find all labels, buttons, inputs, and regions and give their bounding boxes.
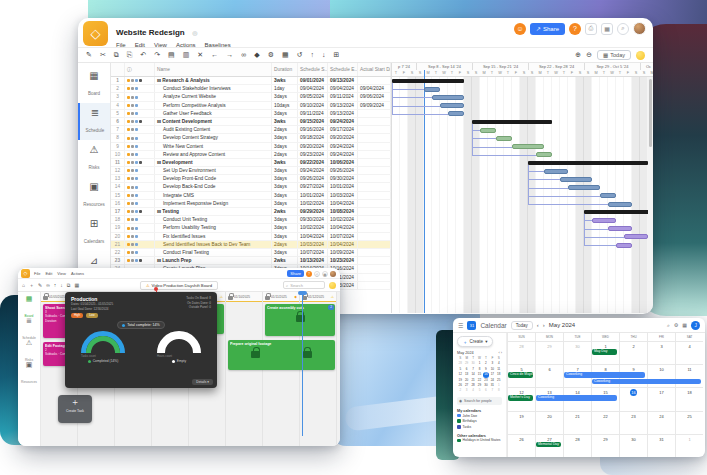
kanban-user-avatar[interactable] <box>330 271 336 277</box>
share-button[interactable]: ↗ Share <box>530 23 565 35</box>
gantt-task-bar[interactable] <box>512 144 544 149</box>
gantt-task-bar[interactable] <box>424 87 440 92</box>
task-name[interactable]: Audit Existing Content <box>155 126 272 133</box>
expand-icon[interactable]: ⊞ <box>333 51 339 59</box>
table-row[interactable]: 3Analyze Current Website3days09/05/20240… <box>111 93 391 101</box>
task-schedule-start[interactable]: 09/23/2024 <box>298 151 328 158</box>
gantt-summary-bar[interactable] <box>528 161 648 165</box>
task-schedule-start[interactable]: 10/02/2024 <box>298 200 328 207</box>
table-row[interactable]: 5Gather User Feedback3days09/11/202409/1… <box>111 110 391 118</box>
sidebar-item-resources[interactable]: ▣Resources <box>78 177 110 214</box>
calendar-event[interactable]: Mother's Day <box>508 395 533 401</box>
gantt-task-bar[interactable] <box>600 193 616 198</box>
task-duration[interactable]: 3days <box>272 110 298 117</box>
table-row[interactable]: 12Set Up Dev Environment3days09/24/20240… <box>111 167 391 175</box>
table-row[interactable]: 7Audit Existing Content2days09/16/202409… <box>111 126 391 134</box>
calendar-day-cell[interactable]: 28 <box>507 341 535 364</box>
calendar-checkbox[interactable] <box>457 425 461 429</box>
zoom-out-icon[interactable]: ⊖ <box>586 51 592 59</box>
kanban-sidebar-item-board[interactable]: ▦Board <box>18 294 40 316</box>
gantt-task-bar[interactable] <box>568 185 600 190</box>
kanban-edit-icon[interactable]: ✎ <box>38 282 42 289</box>
calendar-event[interactable]: Memorial Day <box>536 442 561 448</box>
outdent-icon[interactable]: ▥ <box>183 51 190 59</box>
calendar-day-cell[interactable]: 23 <box>619 411 647 434</box>
mini-day[interactable]: 8 <box>496 388 502 393</box>
column-header-1[interactable]: ⓘ <box>125 63 155 76</box>
gantt-task-bar[interactable] <box>608 202 632 207</box>
table-row[interactable]: 22Conduct Final Testing3days10/07/202410… <box>111 249 391 257</box>
menu-file[interactable]: File <box>116 42 126 48</box>
column-header-0[interactable] <box>111 63 125 76</box>
board-title-pill[interactable]: ⚠ Video Production Dayshift Board <box>140 281 218 290</box>
task-name[interactable]: Implement Responsive Design <box>155 200 272 207</box>
task-actual-start[interactable] <box>358 143 391 150</box>
task-actual-start[interactable] <box>358 126 391 133</box>
task-name[interactable]: Integrate CMS <box>155 192 272 199</box>
task-duration[interactable]: 2days <box>272 126 298 133</box>
board-view-icon[interactable]: ▦ <box>282 51 289 59</box>
task-schedule-start[interactable]: 09/30/2024 <box>298 216 328 223</box>
gantt-task-bar[interactable] <box>480 128 496 133</box>
task-actual-start[interactable] <box>358 224 391 231</box>
table-row[interactable]: 10Review and Approve Content2days09/23/2… <box>111 151 391 159</box>
task-duration[interactable]: 2wks <box>272 257 298 264</box>
move-right-icon[interactable]: → <box>226 51 233 59</box>
calendar-day-cell[interactable]: 1 <box>675 434 703 457</box>
calendar-day-cell[interactable]: 29 <box>591 434 619 457</box>
kanban-apps-button[interactable]: ▦ <box>322 271 328 277</box>
task-schedule-end[interactable]: 09/17/2024 <box>328 126 358 133</box>
calendar-checkbox[interactable] <box>457 419 461 423</box>
table-row[interactable]: 4Perform Competitive Analysis10days09/10… <box>111 102 391 110</box>
task-schedule-start[interactable]: 09/04/2024 <box>298 85 328 92</box>
move-up-icon[interactable]: ↑ <box>310 51 314 59</box>
table-row[interactable]: 6⊟ Content Development3wks09/15/202409/2… <box>111 118 391 126</box>
hamburger-menu-icon[interactable]: ☰ <box>458 322 463 329</box>
calendar-create-button[interactable]: ＋ Create ▾ <box>457 336 493 347</box>
task-schedule-end[interactable]: 09/13/2024 <box>328 110 358 117</box>
task-schedule-end[interactable]: 09/26/2024 <box>328 167 358 174</box>
calendar-search-icon[interactable]: ⌕ <box>667 322 670 329</box>
task-name[interactable]: ⊟ Content Development <box>155 118 272 125</box>
kanban-hint-bulb-icon[interactable] <box>329 282 336 289</box>
task-actual-start[interactable] <box>358 151 391 158</box>
kanban-board-icon[interactable]: ▦ <box>74 282 79 289</box>
calendar-day-cell[interactable]: 20 <box>535 411 563 434</box>
title-status-icon[interactable]: ◎ <box>192 30 197 36</box>
task-name[interactable]: ⊟ Testing <box>155 208 272 215</box>
settings-icon[interactable]: ⚙ <box>268 51 274 59</box>
task-duration[interactable]: 3days <box>272 192 298 199</box>
details-button[interactable]: Details ▾ <box>192 379 213 385</box>
task-actual-start[interactable] <box>358 274 391 281</box>
zoom-in-icon[interactable]: ⊕ <box>575 51 581 59</box>
calendar-day-cell[interactable]: 3 <box>647 341 675 364</box>
column-header-3[interactable]: Duration <box>272 63 298 76</box>
task-schedule-end[interactable]: 09/13/2024 <box>328 102 358 109</box>
kanban-card[interactable]: Create assembly cuts2 <box>265 304 335 336</box>
column-header-2[interactable]: Name <box>155 63 272 76</box>
task-duration[interactable]: 2wks <box>272 208 298 215</box>
task-schedule-start[interactable]: 09/05/2024 <box>298 93 328 100</box>
print-button[interactable]: ⎙ <box>585 23 597 35</box>
task-schedule-end[interactable]: 09/13/2024 <box>328 77 358 84</box>
undo-icon[interactable]: ↶ <box>140 51 146 59</box>
task-name[interactable]: Conduct Final Testing <box>155 249 272 256</box>
calendar-checkbox[interactable] <box>457 414 461 418</box>
table-row[interactable]: 1⊟ Research & Analysis3wks09/01/202409/1… <box>111 77 391 85</box>
calendar-event[interactable]: Coworking <box>564 372 645 378</box>
task-schedule-start[interactable]: 09/22/2024 <box>298 159 328 166</box>
kanban-menu-file[interactable]: File <box>34 271 40 276</box>
task-actual-start[interactable] <box>358 118 391 125</box>
task-actual-start[interactable] <box>358 216 391 223</box>
calendar-list-item[interactable]: Holidays in United States <box>457 438 502 444</box>
task-actual-start[interactable] <box>358 241 391 248</box>
task-actual-start[interactable] <box>358 200 391 207</box>
task-schedule-end[interactable]: 09/24/2024 <box>328 118 358 125</box>
task-duration[interactable]: 2days <box>272 241 298 248</box>
sidebar-item-risks[interactable]: ⚠Risks <box>78 140 110 177</box>
table-row[interactable]: 18Conduct Unit Testing3days09/30/202410/… <box>111 216 391 224</box>
assistant-icon[interactable]: ☺ <box>514 23 526 35</box>
table-row[interactable]: 17⊟ Testing2wks09/29/202410/08/2024 <box>111 208 391 216</box>
gantt-summary-bar[interactable] <box>472 120 552 124</box>
next-month-icon[interactable]: › <box>543 322 545 328</box>
